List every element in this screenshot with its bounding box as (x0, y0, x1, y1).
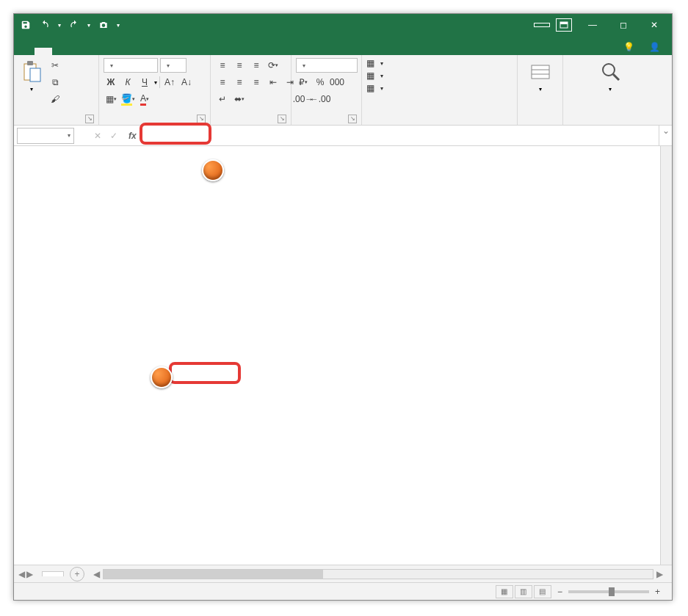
merge-button[interactable]: ⬌▾ (232, 92, 247, 106)
ribbon-display-icon[interactable] (556, 18, 572, 32)
close-button[interactable]: ✕ (640, 15, 669, 35)
sheet-nav-prev-icon[interactable]: ◀ (18, 569, 25, 579)
bulb-icon: 💡 (623, 42, 634, 52)
sheet-tab-bar: ◀ ▶ + ◀▶ (14, 565, 672, 582)
wrap-text-icon[interactable]: ↵ (215, 92, 230, 106)
vertical-scrollbar[interactable] (660, 146, 672, 565)
cancel-icon[interactable]: ✕ (90, 128, 105, 143)
font-color-button[interactable]: A▾ (137, 92, 152, 106)
decrease-decimal-icon[interactable]: ←.00 (313, 92, 327, 106)
grow-font-icon[interactable]: A↑ (162, 75, 177, 90)
tab-insert[interactable] (52, 48, 70, 55)
shrink-font-icon[interactable]: A↓ (179, 75, 194, 90)
copy-icon[interactable]: ⧉ (48, 75, 62, 90)
align-right-icon[interactable]: ≡ (249, 75, 264, 90)
orientation-icon[interactable]: ⟳▾ (266, 58, 280, 73)
annotation-rect-cell (169, 362, 241, 384)
share-button[interactable]: 👤 (645, 39, 667, 55)
camera-icon[interactable] (95, 16, 112, 34)
align-center-icon[interactable]: ≡ (232, 75, 247, 90)
formula-value (145, 126, 201, 131)
expand-formula-bar-icon[interactable]: ⌄ (659, 126, 672, 145)
borders-button[interactable]: ▦▾ (104, 92, 118, 106)
tab-page-layout[interactable] (70, 48, 87, 55)
format-as-table-button[interactable]: ▦ ▾ (366, 70, 383, 81)
percent-icon[interactable]: % (313, 75, 327, 90)
minimize-button[interactable]: — (578, 15, 607, 35)
font-size-combo[interactable]: ▾ (160, 58, 187, 73)
tell-me-button[interactable]: 💡 (619, 39, 642, 55)
redo-icon[interactable] (65, 16, 83, 34)
fill-color-button[interactable]: 🪣▾ (120, 92, 135, 106)
sheet-nav-next-icon[interactable]: ▶ (26, 569, 33, 579)
quick-access-toolbar: ▾ ▾ ▾ (17, 16, 123, 34)
svg-rect-1 (560, 22, 568, 24)
page-layout-view-icon[interactable]: ▥ (515, 585, 532, 598)
conditional-formatting-button[interactable]: ▦ ▾ (366, 58, 383, 68)
editing-button[interactable]: ▾ (597, 58, 623, 94)
annotation-marker-2 (202, 159, 224, 181)
align-top-icon[interactable]: ≡ (215, 58, 230, 73)
normal-view-icon[interactable]: ▦ (496, 585, 513, 598)
increase-decimal-icon[interactable]: .00→ (296, 92, 311, 106)
redo-dropdown-icon[interactable]: ▾ (84, 16, 93, 34)
zoom-out-button[interactable]: − (557, 587, 562, 597)
enter-icon[interactable]: ✓ (106, 128, 121, 143)
zoom-slider[interactable] (568, 590, 649, 593)
svg-point-8 (603, 64, 615, 76)
undo-dropdown-icon[interactable]: ▾ (55, 16, 64, 34)
formula-bar: ▾ ✕ ✓ fx ⌄ (14, 126, 672, 146)
svg-rect-5 (532, 65, 549, 79)
page-break-view-icon[interactable]: ▤ (534, 585, 551, 598)
svg-line-9 (613, 74, 619, 80)
align-left-icon[interactable]: ≡ (215, 75, 230, 90)
sheet-tab-1[interactable] (42, 571, 64, 576)
tab-home[interactable] (35, 48, 52, 55)
status-bar: ▦ ▥ ▤ − + (14, 582, 672, 600)
format-painter-icon[interactable]: 🖌 (48, 92, 62, 106)
tab-help[interactable] (158, 48, 175, 55)
tab-file[interactable] (17, 48, 35, 55)
tab-data[interactable] (105, 48, 123, 55)
cell-styles-button[interactable]: ▦ ▾ (366, 83, 383, 93)
maximize-button[interactable]: ◻ (609, 15, 638, 35)
qat-customize-icon[interactable]: ▾ (114, 16, 123, 34)
clipboard-dialog-icon[interactable]: ↘ (85, 115, 94, 123)
add-sheet-button[interactable]: + (70, 567, 84, 581)
tab-review[interactable] (123, 48, 140, 55)
fx-icon[interactable]: fx (123, 131, 142, 141)
title-bar: ▾ ▾ ▾ — ◻ ✕ (14, 14, 672, 36)
number-dialog-icon[interactable]: ↘ (348, 115, 357, 123)
undo-icon[interactable] (36, 16, 54, 34)
svg-rect-3 (27, 61, 33, 65)
share-icon: 👤 (649, 42, 660, 52)
underline-button[interactable]: Ч (137, 75, 152, 90)
name-box[interactable]: ▾ (17, 128, 74, 144)
font-name-combo[interactable]: ▾ (104, 58, 158, 73)
align-dialog-icon[interactable]: ↘ (278, 115, 286, 123)
align-middle-icon[interactable]: ≡ (232, 58, 247, 73)
zoom-in-button[interactable]: + (655, 587, 660, 597)
comma-icon[interactable]: 000 (330, 75, 344, 90)
save-icon[interactable] (17, 16, 35, 34)
cut-icon[interactable]: ✂ (48, 58, 62, 73)
formula-input[interactable] (145, 126, 659, 145)
cells-button[interactable]: ▾ (527, 58, 554, 94)
accounting-format-icon[interactable]: ₽▾ (296, 75, 311, 90)
bold-button[interactable]: Ж (104, 75, 118, 90)
ribbon-tabs: 💡 👤 (14, 36, 672, 55)
spreadsheet-grid[interactable] (14, 146, 672, 565)
font-dialog-icon[interactable]: ↘ (197, 115, 206, 123)
paste-button[interactable]: ▾ (18, 58, 45, 94)
ribbon: ▾ ✂ ⧉ 🖌 ↘ ▾ ▾ Ж К Ч ▾ (14, 55, 672, 126)
annotation-marker-1 (151, 366, 173, 388)
align-bottom-icon[interactable]: ≡ (249, 58, 264, 73)
horizontal-scrollbar[interactable]: ◀▶ (90, 569, 666, 579)
tab-formulas[interactable] (87, 48, 105, 55)
italic-button[interactable]: К (120, 75, 135, 90)
svg-rect-4 (30, 68, 40, 81)
number-format-combo[interactable]: ▾ (296, 58, 358, 73)
indent-dec-icon[interactable]: ⇤ (266, 75, 280, 90)
tab-view[interactable] (140, 48, 158, 55)
sign-in-button[interactable] (534, 23, 550, 27)
